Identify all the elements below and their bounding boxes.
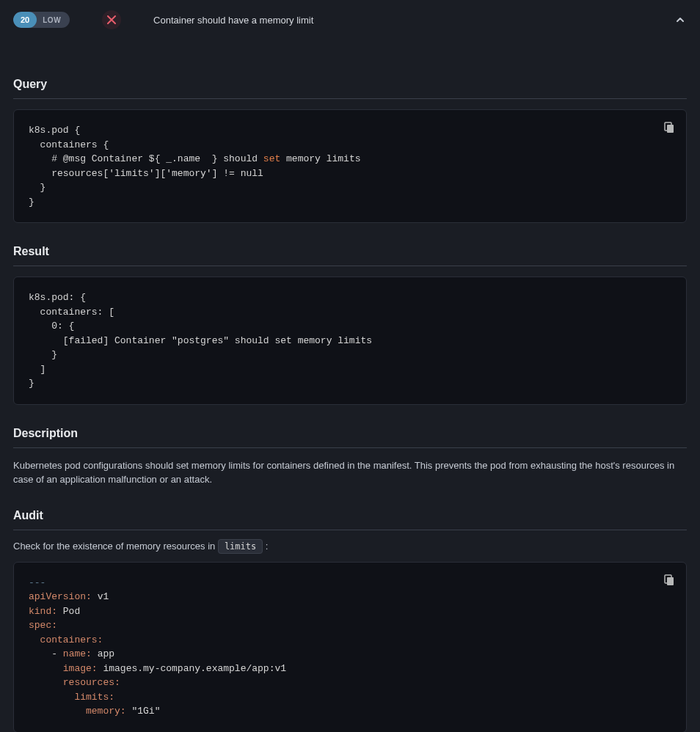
code-line: memory: "1Gi"	[29, 704, 671, 719]
description-heading: Description	[13, 418, 687, 448]
code-line: resources:	[29, 676, 671, 690]
code-line: containers {	[29, 138, 671, 153]
finding-title: Container should have a memory limit	[153, 15, 662, 26]
query-heading: Query	[13, 69, 687, 99]
code-line: ]	[29, 362, 671, 377]
code-line: containers: [	[29, 305, 671, 320]
code-line: - name: app	[29, 647, 671, 662]
code-line: # @msg Container ${ _.name } should set …	[29, 152, 671, 166]
collapse-button[interactable]	[674, 13, 687, 26]
code-line: k8s.pod {	[29, 123, 671, 138]
fail-icon	[102, 10, 121, 29]
audit-intro-prefix: Check for the existence of memory resour…	[13, 541, 218, 552]
code-line: resources['limits']['memory'] != null	[29, 166, 671, 181]
code-line: }	[29, 195, 671, 210]
svg-rect-1	[667, 125, 674, 133]
audit-intro-suffix: :	[263, 541, 268, 552]
code-line: k8s.pod: {	[29, 290, 671, 305]
yaml-dashes: ---	[29, 577, 45, 588]
copy-button[interactable]	[663, 573, 676, 586]
finding-header: 20 LOW Container should have a memory li…	[0, 0, 700, 40]
audit-heading: Audit	[13, 500, 687, 530]
code-line: [failed] Container "postgres" should set…	[29, 334, 671, 348]
code-line: image: images.my-company.example/app:v1	[29, 662, 671, 676]
query-code-block: k8s.pod { containers { # @msg Container …	[13, 109, 687, 223]
audit-intro: Check for the existence of memory resour…	[13, 541, 687, 552]
code-line: }	[29, 180, 671, 195]
code-line: spec:	[29, 618, 671, 633]
result-heading: Result	[13, 236, 687, 266]
code-line: 0: {	[29, 319, 671, 334]
code-line: containers:	[29, 633, 671, 648]
code-line: kind: Pod	[29, 604, 671, 619]
svg-rect-3	[667, 577, 674, 585]
code-line: }	[29, 376, 671, 391]
copy-button[interactable]	[663, 120, 676, 133]
result-code-block: k8s.pod: { containers: [ 0: { [failed] C…	[13, 277, 687, 405]
score-badge: 20	[13, 12, 37, 28]
severity-badge: 20 LOW	[13, 12, 70, 28]
severity-label: LOW	[37, 12, 70, 28]
code-line: }	[29, 348, 671, 362]
code-line: apiVersion: v1	[29, 590, 671, 604]
code-line: limits:	[29, 690, 671, 705]
description-text: Kubernetes pod configurations should set…	[13, 458, 687, 487]
inline-code-limits: limits	[218, 539, 263, 554]
audit-code-block: --- apiVersion: v1kind: Podspec: contain…	[13, 562, 687, 733]
